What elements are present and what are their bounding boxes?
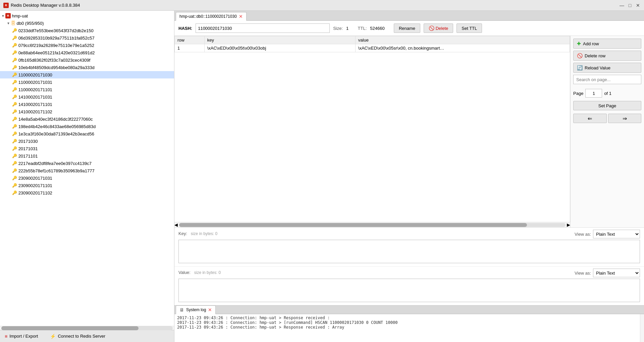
sidebar-item-key[interactable]: 🔑 1e3ca3f160e30da871393e42b3eacd56	[0, 130, 174, 137]
value-view-as-row: Value: size in bytes: 0 View as: Plain T…	[178, 269, 640, 277]
key-section: Key: size in bytes: 0 View as: Plain Tex…	[174, 228, 644, 267]
key-icon: 🔑	[12, 139, 17, 144]
key-view-as-label: View as:	[575, 232, 591, 237]
sidebar-hscroll[interactable]	[0, 326, 174, 330]
sidebar-item-key[interactable]: 🔑 0fb165d8362f02f33c7a0323cec4309f	[0, 56, 174, 64]
key-view-as-row: Key: size in bytes: 0 View as: Plain Tex…	[178, 230, 640, 238]
right-panel: ✚ Add row 🚫 Delete row 🔄 Reload Value Pa…	[570, 36, 644, 227]
page-input[interactable]	[585, 89, 602, 98]
sidebar-item-key[interactable]: 🔑 0e88ab64ee05121fa1420e0321d691d2	[0, 49, 174, 56]
key-section-label: Key: size in bytes: 0	[178, 231, 217, 236]
sidebar-item-key[interactable]: 🔑 2217eadbf2df8fea7ee0e397cc4139c7	[0, 160, 174, 167]
log-line: 2017-11-23 09:43:26 : Connection: hmp-ua…	[177, 325, 637, 330]
title-controls: — □ ✕	[619, 3, 641, 8]
sidebar-item-key[interactable]: 🔑 06d392853310b929a77511b1fa852c57	[0, 34, 174, 42]
system-log-tab[interactable]: 🖥 System log ✕	[176, 305, 216, 314]
connect-btn[interactable]: ⚡ Connect to Redis Server	[45, 330, 110, 342]
set-ttl-btn[interactable]: Set TTL	[457, 23, 482, 33]
import-export-btn[interactable]: ≡ Import / Export	[0, 330, 43, 342]
key-view-as-select[interactable]: Plain Text JSON HEX Base64	[593, 230, 640, 238]
key-icon: 🔑	[12, 28, 17, 33]
sidebar-item-connection[interactable]: ▼ R hmp-uat	[0, 12, 174, 19]
cell-row: 1	[175, 44, 205, 52]
delete-btn[interactable]: 🚫 Delete	[424, 23, 453, 33]
key-name-input[interactable]	[196, 23, 330, 33]
key-icon: 🔑	[12, 65, 17, 70]
chevron-down-icon: ▼	[1, 14, 5, 18]
sidebar-item-key[interactable]: 🔑 079cc6f219a26289e75110e79e1a5252	[0, 42, 174, 49]
plus-icon: ✚	[577, 41, 581, 46]
hscroll-thumb	[1, 326, 139, 330]
log-section: 🖥 System log ✕ 2017-11-23 09:43:26 : Con…	[174, 305, 644, 342]
key-icon: 🔑	[12, 117, 17, 121]
delete-icon: 🚫	[429, 25, 434, 31]
tab-bar: hmp-uat::db0::11000020171030 ✕	[174, 11, 644, 21]
log-scroll[interactable]: 2017-11-23 09:43:26 : Connection: hmp-ua…	[174, 314, 640, 342]
sidebar-item-key[interactable]: 🔑 20171031	[0, 145, 174, 152]
sidebar-item-key[interactable]: 🔑 20171101	[0, 152, 174, 160]
scroll-left-arrow[interactable]: ◀	[174, 222, 178, 227]
sidebar-item-key[interactable]: 🔑 14100020171031	[0, 93, 174, 101]
tree-container[interactable]: ▼ R hmp-uat ▼ 🗄 db0 (955/950) 🔑 0233ddf7…	[0, 11, 174, 326]
page-label: Page	[573, 91, 583, 96]
scroll-right-arrow[interactable]: ▶	[567, 222, 570, 227]
sidebar-item-key[interactable]: 🔑 23090020171101	[0, 182, 174, 189]
key-view-as-control: View as: Plain Text JSON HEX Base64	[575, 230, 640, 238]
add-row-btn[interactable]: ✚ Add row	[573, 39, 641, 49]
sidebar-item-key[interactable]: 🔑 198ed4b42e46c8433ae68e056985d83d	[0, 123, 174, 130]
log-line: 2017-11-23 09:43:26 : Connection: hmp-ua…	[177, 316, 637, 320]
sidebar-item-key[interactable]: 🔑 222b55b78ef1c61789b350963b9a1777	[0, 167, 174, 174]
table-row[interactable]: 1 \xAC\xED\x00\x05t\x00\x03obj \xAC\xED\…	[175, 44, 570, 52]
rename-btn[interactable]: Rename	[394, 23, 420, 33]
key-value-textarea[interactable]	[178, 240, 640, 263]
key-detail: HASH: Size: 1 TTL: 524660 Rename 🚫 Delet…	[174, 21, 644, 305]
delete-row-btn[interactable]: 🚫 Delete row	[573, 51, 641, 61]
sidebar-item-db[interactable]: ▼ 🗄 db0 (955/950)	[0, 19, 174, 27]
minus-icon: 🚫	[577, 53, 583, 58]
sidebar-item-key[interactable]: 🔑 10eb4bf48509dcd954bbe080a29a333d	[0, 64, 174, 71]
maximize-btn[interactable]: □	[627, 3, 633, 8]
app-title: Redis Desktop Manager v.0.8.8.384	[11, 3, 80, 8]
reload-value-btn[interactable]: 🔄 Reload Value	[573, 63, 641, 73]
col-value: value	[355, 36, 570, 44]
value-view-as-control: View as: Plain Text JSON HEX Base64	[575, 269, 640, 277]
key-size-hint: size in bytes: 0	[191, 231, 217, 236]
key-icon: 🔑	[12, 58, 17, 62]
close-btn[interactable]: ✕	[635, 3, 641, 8]
sidebar-item-key[interactable]: 🔑 0233ddf7e553bee36543f37d2db2e150	[0, 27, 174, 34]
app-icon: R	[3, 3, 9, 8]
next-page-btn[interactable]: ⇒	[608, 114, 642, 123]
sidebar-item-key[interactable]: 🔑 14100020171102	[0, 108, 174, 115]
key-icon: 🔑	[12, 36, 17, 40]
key-icon: 🔑	[12, 72, 17, 77]
key-icon: 🔑	[12, 183, 17, 188]
search-on-page-input[interactable]	[573, 75, 641, 84]
sidebar-item-key[interactable]: 🔑 14100020171101	[0, 101, 174, 108]
data-table[interactable]: row key value 1 \xAC\xED\x00\x05t\x00\x0…	[174, 36, 570, 222]
log-inner: 2017-11-23 09:43:26 : Connection: hmp-ua…	[174, 314, 644, 342]
value-value-textarea[interactable]	[178, 279, 640, 302]
table-hscroll[interactable]: ◀ ▶	[174, 222, 570, 227]
main-tab[interactable]: hmp-uat::db0::11000020171030 ✕	[176, 12, 247, 21]
tab-close-btn[interactable]: ✕	[239, 14, 243, 19]
plug-icon: ⚡	[50, 334, 56, 339]
key-icon: 🔑	[12, 50, 17, 55]
value-section-label: Value: size in bytes: 0	[178, 270, 221, 275]
log-tab-close-btn[interactable]: ✕	[208, 307, 212, 312]
log-scrollbar[interactable]	[640, 314, 644, 342]
content-area: hmp-uat::db0::11000020171030 ✕ HASH: Siz…	[174, 11, 644, 342]
monitor-icon: 🖥	[179, 307, 184, 312]
sidebar-item-key[interactable]: 🔑 11000020171030	[0, 71, 174, 78]
sidebar-item-key[interactable]: 🔑 11000020171031	[0, 78, 174, 86]
minimize-btn[interactable]: —	[619, 3, 625, 8]
prev-page-btn[interactable]: ⇐	[573, 114, 607, 123]
title-left: R Redis Desktop Manager v.0.8.8.384	[3, 3, 80, 8]
sidebar-item-key[interactable]: 🔑 23090020171102	[0, 189, 174, 196]
sidebar-item-key[interactable]: 🔑 20171030	[0, 137, 174, 145]
sidebar-item-key[interactable]: 🔑 11000020171101	[0, 86, 174, 93]
sidebar-item-key[interactable]: 🔑 14e8a5ab40ec3f24186dc3f22277060c	[0, 115, 174, 123]
value-view-as-select[interactable]: Plain Text JSON HEX Base64	[593, 269, 640, 277]
cell-key: \xAC\xED\x00\x05t\x00\x03obj	[204, 44, 355, 52]
sidebar-item-key[interactable]: 🔑 23090020171031	[0, 174, 174, 182]
set-page-btn[interactable]: Set Page	[573, 101, 641, 110]
